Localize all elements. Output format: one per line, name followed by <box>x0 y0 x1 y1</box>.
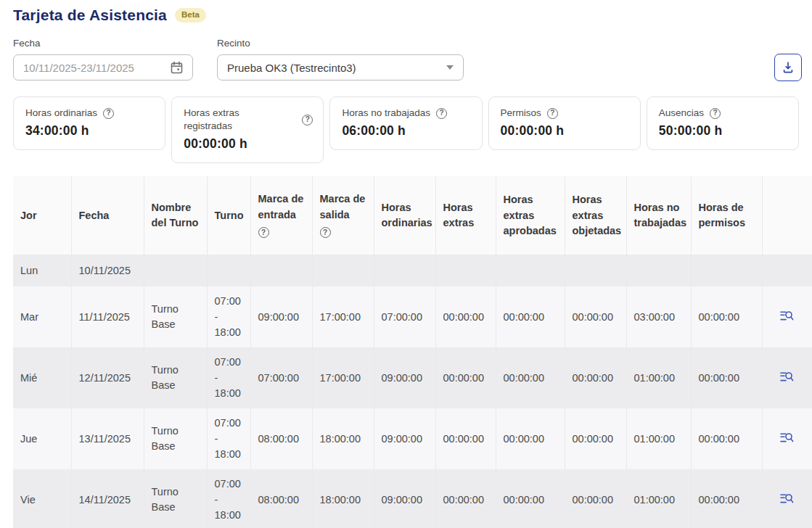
cell-ordinary: 09:00:00 <box>374 408 435 469</box>
summary-cards: Horas ordinarias 34:00:00 h Horas extras… <box>13 96 799 163</box>
help-circle-icon[interactable] <box>302 115 313 125</box>
cell-check-in: 07:00:00 <box>250 347 312 408</box>
beta-badge: Beta <box>175 8 206 22</box>
cell-day: Vie <box>13 469 71 528</box>
card-value: 50:00:00 h <box>659 123 788 139</box>
cell-ordinary <box>374 255 435 286</box>
site-select[interactable]: Prueba OK3 (Testrecinto3) <box>217 54 464 81</box>
cell-shift-name <box>144 255 207 286</box>
col-header-extra-approved: Horas extras aprobadas <box>496 176 565 255</box>
table-row: Lun 10/11/2025 <box>13 255 812 286</box>
download-icon <box>781 60 795 75</box>
col-header-not-worked: Horas no trabajadas <box>626 176 691 255</box>
cell-extra-approved: 00:00:00 <box>496 286 565 347</box>
cell-permits: 00:00:00 <box>691 347 762 408</box>
download-button[interactable] <box>774 54 802 81</box>
cell-check-out: 17:00:00 <box>312 286 374 347</box>
cell-permits: 00:00:00 <box>691 469 762 528</box>
summary-card-not-worked-hours: Horas no trabajadas 06:00:00 h <box>329 96 482 150</box>
cell-actions <box>762 255 812 286</box>
cell-not-worked <box>626 255 691 286</box>
row-detail-button[interactable] <box>778 369 796 384</box>
search-detail-icon <box>779 371 795 383</box>
card-label: Horas no trabajadas <box>342 107 430 120</box>
site-filter-label: Recinto <box>217 38 464 49</box>
summary-card-ordinary-hours: Horas ordinarias 34:00:00 h <box>13 96 165 150</box>
date-range-input[interactable]: 10/11/2025-23/11/2025 <box>13 54 193 81</box>
chevron-down-icon <box>446 65 454 70</box>
cell-extra-approved: 00:00:00 <box>496 408 565 469</box>
cell-actions <box>762 469 812 528</box>
help-circle-icon[interactable] <box>436 108 447 119</box>
cell-date: 10/11/2025 <box>71 255 144 286</box>
row-detail-button[interactable] <box>778 308 796 323</box>
site-select-value: Prueba OK3 (Testrecinto3) <box>227 62 356 74</box>
card-value: 00:00:00 h <box>501 123 630 139</box>
cell-extra <box>435 255 496 286</box>
col-header-shift: Turno <box>207 176 250 255</box>
cell-extra-objected: 00:00:00 <box>565 408 626 469</box>
help-circle-icon[interactable] <box>103 108 114 119</box>
table-row: Mié 12/11/2025 Turno Base 07:00 - 18:00 … <box>13 347 812 408</box>
cell-date: 13/11/2025 <box>71 408 144 469</box>
cell-permits: 00:00:00 <box>691 286 762 347</box>
row-detail-button[interactable] <box>778 491 796 506</box>
table-row: Vie 14/11/2025 Turno Base 07:00 - 18:00 … <box>13 469 812 528</box>
cell-shift: 07:00 - 18:00 <box>207 347 250 408</box>
cell-permits: 00:00:00 <box>691 408 762 469</box>
cell-extra-objected: 00:00:00 <box>565 347 626 408</box>
card-value: 34:00:00 h <box>25 123 155 139</box>
cell-check-in <box>250 255 312 286</box>
cell-shift-name: Turno Base <box>144 469 207 528</box>
cell-shift <box>207 255 250 286</box>
date-filter-group: Fecha 10/11/2025-23/11/2025 <box>13 38 193 81</box>
cell-shift: 07:00 - 18:00 <box>207 469 250 528</box>
cell-extra: 00:00:00 <box>435 347 496 408</box>
cell-check-in: 08:00:00 <box>250 469 312 528</box>
cell-extra-objected <box>565 255 626 286</box>
summary-card-permits: Permisos 00:00:00 h <box>488 96 641 150</box>
cell-ordinary: 07:00:00 <box>374 286 435 347</box>
cell-not-worked: 01:00:00 <box>626 347 691 408</box>
card-label: Permisos <box>501 107 541 120</box>
col-header-check-out: Marca de salida <box>312 176 374 255</box>
col-header-day: Jor <box>13 176 71 255</box>
cell-actions <box>762 347 812 408</box>
col-header-shift-name: Nombre del Turno <box>144 176 207 255</box>
help-circle-icon[interactable] <box>547 108 558 119</box>
col-header-extra-objected: Horas extras objetadas <box>565 176 626 255</box>
table-row: Jue 13/11/2025 Turno Base 07:00 - 18:00 … <box>13 408 812 469</box>
table-row: Mar 11/11/2025 Turno Base 07:00 - 18:00 … <box>13 286 812 347</box>
search-detail-icon <box>779 492 795 505</box>
help-circle-icon[interactable] <box>258 227 269 238</box>
col-header-permit-hours: Horas de permisos <box>691 176 762 255</box>
attendance-table: Jor Fecha Nombre del Turno Turno Marca d… <box>13 176 812 528</box>
cell-shift-name: Turno Base <box>144 408 207 469</box>
search-detail-icon <box>779 432 795 444</box>
cell-actions <box>762 408 812 469</box>
cell-date: 11/11/2025 <box>71 286 144 347</box>
cell-extra-approved <box>496 255 565 286</box>
cell-day: Jue <box>13 408 71 469</box>
table-header-row: Jor Fecha Nombre del Turno Turno Marca d… <box>13 176 812 255</box>
card-label: Horas ordinarias <box>25 107 97 120</box>
cell-check-in: 09:00:00 <box>250 286 312 347</box>
cell-extra: 00:00:00 <box>435 286 496 347</box>
page-title: Tarjeta de Asistencia <box>13 7 167 24</box>
cell-shift-name: Turno Base <box>144 347 207 408</box>
help-circle-icon[interactable] <box>710 108 721 119</box>
row-detail-button[interactable] <box>778 430 796 445</box>
cell-extra: 00:00:00 <box>435 408 496 469</box>
help-circle-icon[interactable] <box>320 227 331 238</box>
cell-ordinary: 09:00:00 <box>374 469 435 528</box>
calendar-icon[interactable] <box>169 60 184 75</box>
cell-check-out: 17:00:00 <box>312 347 374 408</box>
cell-check-out: 18:00:00 <box>312 469 374 528</box>
col-header-date: Fecha <box>71 176 144 255</box>
card-label: Ausencias <box>659 107 704 120</box>
cell-check-out: 18:00:00 <box>312 408 374 469</box>
site-filter-group: Recinto Prueba OK3 (Testrecinto3) <box>217 38 464 81</box>
cell-extra-objected: 00:00:00 <box>565 469 626 528</box>
cell-not-worked: 03:00:00 <box>626 286 691 347</box>
summary-card-absences: Ausencias 50:00:00 h <box>647 96 799 150</box>
